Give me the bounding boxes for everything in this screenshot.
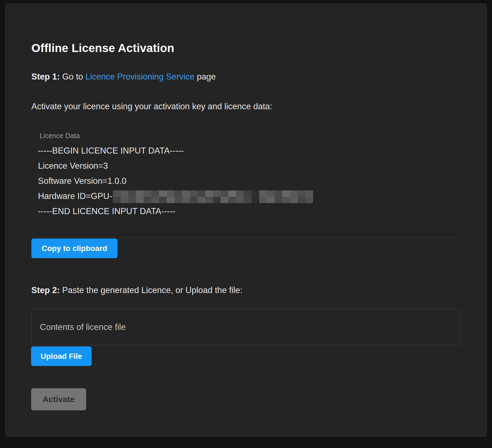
step1-suffix: page (195, 72, 216, 81)
step2-text: Paste the generated Licence, or Upload t… (60, 285, 242, 295)
licence-data-label: Licence Data (40, 132, 313, 140)
hardware-id-prefix: Hardware ID=GPU- (38, 191, 112, 201)
offline-license-activation-page: { "window": { "background": "#121212", "… (0, 0, 492, 448)
licence-version-line: Licence Version=3 (38, 158, 313, 173)
copy-to-clipboard-button[interactable]: Copy to clipboard (31, 239, 117, 258)
activation-card: Offline License Activation Step 1: Go to… (5, 3, 487, 437)
licence-provisioning-service-link[interactable]: Licence Provisioning Service (85, 72, 194, 81)
step1-line: Step 1: Go to Licence Provisioning Servi… (31, 72, 216, 82)
licence-file-contents-input[interactable] (31, 309, 461, 345)
upload-file-button[interactable]: Upload File (31, 346, 92, 366)
step1-prefix: Go to (60, 72, 85, 81)
step1-label: Step 1: (31, 72, 60, 81)
section-divider (31, 237, 461, 238)
licence-end-line: -----END LICENCE INPUT DATA----- (38, 204, 313, 219)
step2-label: Step 2: (31, 285, 60, 295)
activation-instruction: Activate your licence using your activat… (31, 101, 272, 112)
page-title: Offline License Activation (31, 41, 174, 55)
activate-button[interactable]: Activate (31, 388, 86, 410)
hardware-id-line: Hardware ID=GPU- (38, 189, 313, 204)
licence-data-block: Licence Data -----BEGIN LICENCE INPUT DA… (38, 132, 313, 219)
step2-line: Step 2: Paste the generated Licence, or … (31, 285, 242, 296)
software-version-line: Software Version=1.0.0 (38, 173, 313, 189)
licence-begin-line: -----BEGIN LICENCE INPUT DATA----- (38, 143, 313, 158)
hardware-id-blur (113, 190, 313, 203)
